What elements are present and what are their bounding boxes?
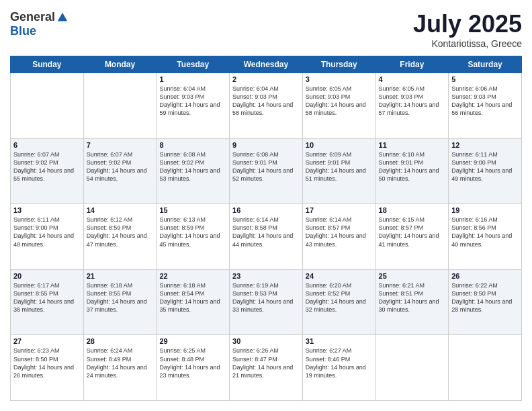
day-number: 14 [87,206,154,214]
calendar-cell [83,73,157,139]
calendar-cell: 17Sunrise: 6:14 AM Sunset: 8:57 PM Dayli… [302,204,375,270]
calendar-cell: 8Sunrise: 6:08 AM Sunset: 9:02 PM Daylig… [157,138,230,204]
calendar-cell: 9Sunrise: 6:08 AM Sunset: 9:01 PM Daylig… [230,138,303,204]
day-number: 1 [159,75,226,83]
day-info: Sunrise: 6:05 AM Sunset: 9:03 PM Dayligh… [306,85,373,118]
calendar-cell [449,335,522,401]
col-monday: Monday [83,56,157,73]
calendar-cell: 4Sunrise: 6:05 AM Sunset: 9:03 PM Daylig… [375,73,449,139]
calendar-cell: 30Sunrise: 6:26 AM Sunset: 8:47 PM Dayli… [230,335,303,401]
calendar-cell: 2Sunrise: 6:04 AM Sunset: 9:03 PM Daylig… [230,73,303,139]
calendar-cell: 5Sunrise: 6:06 AM Sunset: 9:03 PM Daylig… [449,73,522,139]
day-info: Sunrise: 6:22 AM Sunset: 8:50 PM Dayligh… [451,281,519,314]
day-info: Sunrise: 6:23 AM Sunset: 8:50 PM Dayligh… [13,347,81,379]
calendar-cell: 14Sunrise: 6:12 AM Sunset: 8:59 PM Dayli… [83,204,157,270]
calendar-cell: 10Sunrise: 6:09 AM Sunset: 9:01 PM Dayli… [302,138,375,204]
day-number: 8 [159,141,226,149]
day-info: Sunrise: 6:07 AM Sunset: 9:02 PM Dayligh… [87,150,154,183]
day-number: 4 [379,75,446,83]
calendar-cell: 19Sunrise: 6:16 AM Sunset: 8:56 PM Dayli… [449,204,522,270]
calendar-cell: 25Sunrise: 6:21 AM Sunset: 8:51 PM Dayli… [375,269,449,335]
col-saturday: Saturday [449,56,522,73]
calendar-cell: 31Sunrise: 6:27 AM Sunset: 8:46 PM Dayli… [302,335,375,401]
day-number: 24 [306,272,373,280]
calendar-cell: 26Sunrise: 6:22 AM Sunset: 8:50 PM Dayli… [449,269,522,335]
day-info: Sunrise: 6:05 AM Sunset: 9:03 PM Dayligh… [379,85,446,118]
day-info: Sunrise: 6:20 AM Sunset: 8:52 PM Dayligh… [306,281,373,314]
logo-general-text: General [10,10,55,24]
day-number: 20 [13,272,81,280]
day-info: Sunrise: 6:08 AM Sunset: 9:01 PM Dayligh… [232,150,300,183]
calendar-cell: 22Sunrise: 6:18 AM Sunset: 8:54 PM Dayli… [157,269,230,335]
day-info: Sunrise: 6:16 AM Sunset: 8:56 PM Dayligh… [451,216,519,248]
day-number: 19 [451,206,519,214]
day-info: Sunrise: 6:18 AM Sunset: 8:54 PM Dayligh… [159,281,226,314]
day-info: Sunrise: 6:11 AM Sunset: 9:00 PM Dayligh… [13,216,81,248]
day-info: Sunrise: 6:09 AM Sunset: 9:01 PM Dayligh… [306,150,373,183]
calendar: Sunday Monday Tuesday Wednesday Thursday… [10,56,522,401]
month-title: July 2025 [413,10,522,38]
day-number: 5 [451,75,519,83]
col-friday: Friday [375,56,449,73]
day-info: Sunrise: 6:13 AM Sunset: 8:59 PM Dayligh… [159,216,226,248]
day-number: 3 [306,75,373,83]
day-number: 27 [13,337,81,345]
day-info: Sunrise: 6:04 AM Sunset: 9:03 PM Dayligh… [232,85,300,118]
calendar-row-2: 6Sunrise: 6:07 AM Sunset: 9:02 PM Daylig… [11,138,522,204]
day-number: 22 [159,272,226,280]
col-tuesday: Tuesday [157,56,230,73]
header: General Blue July 2025 Kontariotissa, Gr… [10,10,522,49]
calendar-cell: 21Sunrise: 6:18 AM Sunset: 8:55 PM Dayli… [83,269,157,335]
day-number: 18 [379,206,446,214]
day-number: 26 [451,272,519,280]
day-number: 28 [87,337,154,345]
day-info: Sunrise: 6:11 AM Sunset: 9:00 PM Dayligh… [451,150,519,183]
svg-marker-0 [58,12,67,21]
day-number: 16 [232,206,300,214]
day-number: 23 [232,272,300,280]
day-number: 6 [13,141,81,149]
day-info: Sunrise: 6:12 AM Sunset: 8:59 PM Dayligh… [87,216,154,248]
day-info: Sunrise: 6:18 AM Sunset: 8:55 PM Dayligh… [87,281,154,314]
calendar-cell: 7Sunrise: 6:07 AM Sunset: 9:02 PM Daylig… [83,138,157,204]
page: General Blue July 2025 Kontariotissa, Gr… [0,0,532,411]
day-number: 31 [306,337,373,345]
day-info: Sunrise: 6:04 AM Sunset: 9:03 PM Dayligh… [159,85,226,118]
calendar-cell [375,335,449,401]
day-number: 9 [232,141,300,149]
logo: General Blue [10,10,69,38]
location-title: Kontariotissa, Greece [413,38,522,49]
col-thursday: Thursday [302,56,375,73]
calendar-cell: 15Sunrise: 6:13 AM Sunset: 8:59 PM Dayli… [157,204,230,270]
calendar-row-3: 13Sunrise: 6:11 AM Sunset: 9:00 PM Dayli… [11,204,522,270]
title-block: July 2025 Kontariotissa, Greece [413,10,522,49]
calendar-cell: 20Sunrise: 6:17 AM Sunset: 8:55 PM Dayli… [11,269,84,335]
calendar-cell: 6Sunrise: 6:07 AM Sunset: 9:02 PM Daylig… [11,138,84,204]
day-number: 30 [232,337,300,345]
calendar-cell: 18Sunrise: 6:15 AM Sunset: 8:57 PM Dayli… [375,204,449,270]
calendar-cell: 24Sunrise: 6:20 AM Sunset: 8:52 PM Dayli… [302,269,375,335]
calendar-cell: 13Sunrise: 6:11 AM Sunset: 9:00 PM Dayli… [11,204,84,270]
logo-blue-text: Blue [10,24,36,38]
calendar-row-4: 20Sunrise: 6:17 AM Sunset: 8:55 PM Dayli… [11,269,522,335]
day-info: Sunrise: 6:24 AM Sunset: 8:49 PM Dayligh… [87,347,154,379]
day-number: 12 [451,141,519,149]
day-info: Sunrise: 6:14 AM Sunset: 8:58 PM Dayligh… [232,216,300,248]
day-info: Sunrise: 6:06 AM Sunset: 9:03 PM Dayligh… [451,85,519,118]
col-sunday: Sunday [11,56,84,73]
logo-icon [56,11,69,24]
calendar-cell: 16Sunrise: 6:14 AM Sunset: 8:58 PM Dayli… [230,204,303,270]
day-number: 21 [87,272,154,280]
calendar-cell: 29Sunrise: 6:25 AM Sunset: 8:48 PM Dayli… [157,335,230,401]
day-info: Sunrise: 6:21 AM Sunset: 8:51 PM Dayligh… [379,281,446,314]
day-number: 11 [379,141,446,149]
day-number: 17 [306,206,373,214]
day-number: 2 [232,75,300,83]
calendar-cell: 1Sunrise: 6:04 AM Sunset: 9:03 PM Daylig… [157,73,230,139]
calendar-cell: 27Sunrise: 6:23 AM Sunset: 8:50 PM Dayli… [11,335,84,401]
day-number: 15 [159,206,226,214]
day-info: Sunrise: 6:26 AM Sunset: 8:47 PM Dayligh… [232,347,300,379]
day-info: Sunrise: 6:10 AM Sunset: 9:01 PM Dayligh… [379,150,446,183]
day-info: Sunrise: 6:27 AM Sunset: 8:46 PM Dayligh… [306,347,373,379]
day-info: Sunrise: 6:15 AM Sunset: 8:57 PM Dayligh… [379,216,446,248]
